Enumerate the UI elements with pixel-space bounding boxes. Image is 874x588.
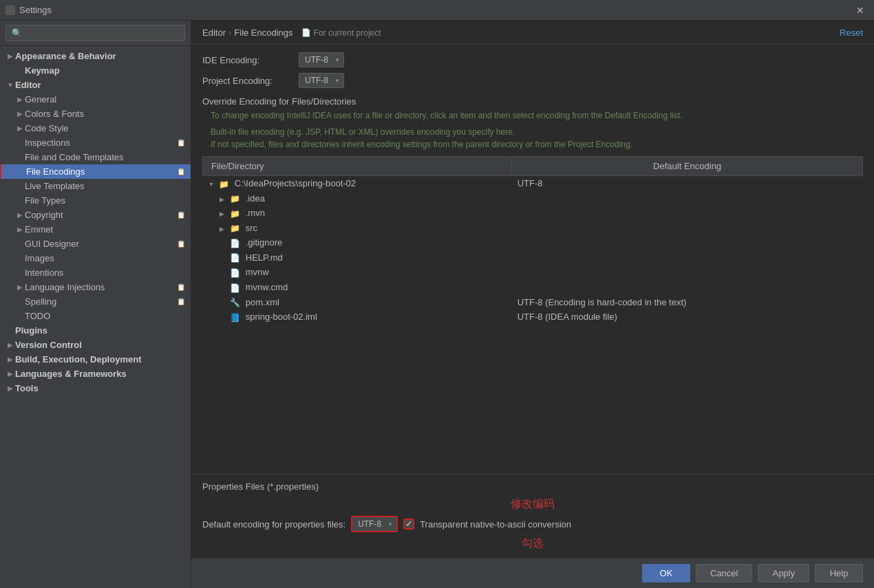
sidebar-item-live-templates[interactable]: Live Templates	[0, 179, 191, 193]
sidebar-item-copyright[interactable]: Copyright 📋	[0, 208, 191, 222]
folder-icon: 📁	[219, 179, 230, 189]
arrow-icon	[15, 96, 25, 103]
table-row[interactable]: 📄 HELP.md	[203, 250, 863, 265]
table-row[interactable]: 📁 src	[203, 221, 863, 236]
sidebar-item-general[interactable]: General	[0, 92, 191, 107]
ide-encoding-select[interactable]: UTF-8	[299, 52, 344, 67]
ide-encoding-select-wrapper: UTF-8	[299, 52, 344, 67]
tree-arrow-icon	[220, 196, 228, 203]
file-dir-cell: 📁 C:\IdeaProjects\spring-boot-02	[203, 176, 512, 191]
sidebar-item-file-types[interactable]: File Types	[0, 193, 191, 208]
file-dir-cell: 📁 .idea	[203, 191, 512, 206]
tree-arrow-icon	[220, 226, 228, 232]
bottom-section: Properties Files (*.properties) 修改编码 Def…	[191, 474, 874, 558]
content-header: Editor › File Encodings 📄 For current pr…	[191, 21, 874, 44]
file-dir-cell: 📁 src	[203, 221, 512, 236]
annotation-modifyencoding: 修改编码	[511, 498, 555, 510]
file-icon: 📄	[230, 239, 241, 248]
table-row[interactable]: 📄 mvnw.cmd	[203, 280, 863, 295]
breadcrumb-sep: ›	[228, 28, 231, 38]
table-row[interactable]: 📁 .idea	[203, 191, 863, 206]
table-row[interactable]: 🔧 pom.xml UTF-8 (Encoding is hard-coded …	[203, 295, 863, 310]
sidebar-item-label: Build, Execution, Deployment	[15, 354, 141, 364]
encoding-cell	[512, 221, 863, 236]
sidebar-item-intentions[interactable]: Intentions	[0, 265, 191, 280]
sidebar-item-spelling[interactable]: Spelling 📋	[0, 294, 191, 309]
sidebar-item-file-encodings[interactable]: File Encodings 📋	[0, 164, 191, 179]
breadcrumb-part1: Editor	[202, 28, 226, 38]
reset-button[interactable]: Reset	[840, 28, 863, 38]
ok-button[interactable]: OK	[642, 564, 690, 582]
ide-encoding-row: IDE Encoding: UTF-8	[202, 52, 863, 67]
override-section: Override Encoding for Files/Directories …	[202, 96, 863, 149]
annotation-check: 勾选	[522, 537, 544, 549]
sidebar-item-editor[interactable]: Editor	[0, 78, 191, 92]
ide-encoding-label: IDE Encoding:	[202, 55, 299, 65]
breadcrumb-icon: 📄	[301, 28, 311, 37]
sidebar-item-images[interactable]: Images	[0, 251, 191, 265]
project-encoding-label: Project Encoding:	[202, 76, 299, 86]
sidebar-item-keymap[interactable]: Keymap	[0, 63, 191, 78]
sidebar: Appearance & Behavior Keymap Editor Gene…	[0, 21, 191, 588]
sidebar-item-label: Appearance & Behavior	[15, 51, 116, 61]
properties-encoding-select-wrapper: UTF-8	[351, 516, 398, 532]
sidebar-item-label: Languages & Frameworks	[15, 369, 127, 379]
table-row[interactable]: 📘 spring-boot-02.iml UTF-8 (IDEA module …	[203, 309, 863, 325]
sidebar-item-language-injections[interactable]: Language Injections 📋	[0, 280, 191, 294]
file-icon: 📄	[230, 253, 241, 263]
properties-encoding-select[interactable]: UTF-8	[352, 517, 396, 531]
sidebar-item-appearance[interactable]: Appearance & Behavior	[0, 49, 191, 63]
content-area: Editor › File Encodings 📄 For current pr…	[191, 21, 874, 588]
arrow-icon	[15, 110, 25, 118]
sidebar-item-file-code-templates[interactable]: File and Code Templates	[0, 150, 191, 164]
apply-button[interactable]: Apply	[758, 564, 809, 582]
sidebar-item-tools[interactable]: Tools	[0, 381, 191, 395]
sidebar-item-label: Copyright	[25, 210, 63, 220]
table-row[interactable]: 📁 C:\IdeaProjects\spring-boot-02 UTF-8	[203, 176, 863, 191]
file-table: File/Directory Default Encoding 📁 C:\Ide…	[202, 156, 863, 325]
transparent-checkbox[interactable]	[403, 519, 414, 530]
folder-icon: 📁	[230, 209, 241, 219]
breadcrumb-part2: File Encodings	[234, 28, 292, 38]
sidebar-item-plugins[interactable]: Plugins	[0, 323, 191, 338]
sidebar-item-colors-fonts[interactable]: Colors & Fonts	[0, 107, 191, 121]
xml-icon: 🔧	[230, 298, 241, 307]
folder-icon: 📁	[230, 224, 241, 233]
sidebar-item-label: Inspections	[25, 138, 70, 148]
file-icon: 📄	[230, 283, 241, 293]
project-encoding-select-wrapper: UTF-8	[299, 73, 344, 88]
sidebar-item-label: Images	[25, 253, 54, 263]
folder-icon: 📁	[230, 194, 241, 204]
arrow-icon	[15, 283, 25, 291]
properties-label: Default encoding for properties files:	[202, 519, 345, 530]
sidebar-item-gui-designer[interactable]: GUI Designer 📋	[0, 237, 191, 251]
sidebar-item-version-control[interactable]: Version Control	[0, 338, 191, 352]
arrow-icon	[6, 356, 15, 363]
sidebar-item-emmet[interactable]: Emmet	[0, 222, 191, 237]
cancel-button[interactable]: Cancel	[696, 564, 752, 582]
sidebar-item-label: Code Style	[25, 123, 69, 133]
sidebar-item-label: File Encodings	[26, 166, 85, 177]
close-button[interactable]: ✕	[852, 3, 868, 17]
sidebar-item-todo[interactable]: TODO	[0, 309, 191, 323]
properties-row: Default encoding for properties files: U…	[202, 516, 863, 532]
table-row[interactable]: 📄 mvnw	[203, 265, 863, 280]
table-row[interactable]: 📁 .mvn	[203, 206, 863, 221]
title-bar-left: Settings	[6, 5, 52, 15]
encoding-cell	[512, 265, 863, 280]
sidebar-item-build-execution[interactable]: Build, Execution, Deployment	[0, 352, 191, 367]
col-file-dir: File/Directory	[203, 157, 512, 176]
arrow-icon	[15, 226, 25, 233]
sidebar-item-inspections[interactable]: Inspections 📋	[0, 135, 191, 150]
file-dir-cell: 📄 HELP.md	[203, 250, 512, 265]
help-button[interactable]: Help	[815, 564, 863, 582]
sidebar-item-label: Colors & Fonts	[25, 109, 84, 119]
table-row[interactable]: 📄 .gitignore	[203, 235, 863, 250]
sidebar-item-label: Keymap	[25, 65, 60, 76]
sidebar-item-code-style[interactable]: Code Style	[0, 121, 191, 135]
tree-arrow-icon	[209, 181, 217, 188]
arrow-icon	[15, 124, 25, 132]
project-encoding-select[interactable]: UTF-8	[299, 73, 344, 88]
sidebar-item-languages-frameworks[interactable]: Languages & Frameworks	[0, 367, 191, 381]
search-input[interactable]	[6, 25, 185, 41]
